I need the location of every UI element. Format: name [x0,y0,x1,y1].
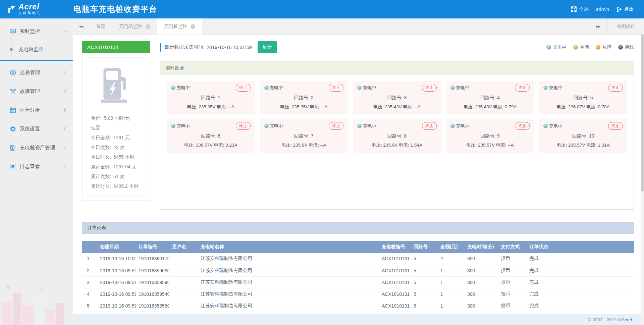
terminate-button[interactable]: 终止 [422,122,437,130]
card-circuit-number: 回路号: 1 [171,95,251,101]
card-status-row: 充电中终止 [357,84,437,92]
orders-column-header: 订单状态 [527,241,634,253]
sidebar-item[interactable]: 交易管理 [0,63,73,82]
order-cell: 1910163596300046 [136,265,169,276]
card-circuit-number: 回路号: 8 [357,133,437,139]
card-status-label: 充电中 [363,85,376,91]
tab[interactable]: 充电站监控× [112,18,157,35]
tabs-scroll-right-button[interactable]: ▶▶ [589,18,607,35]
card-status-label: 充电中 [363,123,376,129]
orders-column-header: 充电时间(分) [465,241,498,253]
scrollbar-thumb[interactable] [641,34,644,192]
orders-column-header: 订单编号 [136,241,169,253]
order-row-number: 5 [82,300,97,312]
device-stat: 位置: [91,123,141,133]
circuit-card: 充电中终止回路号: 7电压: 235.9V 电流: --A [260,119,348,153]
refresh-button[interactable]: 刷新 [258,41,277,53]
card-voltage-current: 电压: 236.07V 电流: 0.23A [171,142,251,148]
sidebar-subitem[interactable]: 充电站监控 [0,41,73,58]
sidebar-item[interactable]: 运营分析 [0,101,73,119]
close-operations-button[interactable]: 关闭操作 [607,18,644,35]
order-cell: 300 [465,288,498,300]
terminate-button[interactable]: 终止 [329,122,343,130]
tab-label: 首页 [96,23,105,30]
logout-button[interactable]: 退出 [616,6,634,12]
order-cell: 1 [438,300,465,312]
order-cell: 1 [438,288,465,300]
orders-column-header: 充电站名称 [198,241,379,253]
device-id-header: ACX1010131 [82,41,150,53]
sidebar-item[interactable]: 故障管理 [0,82,73,101]
card-status-label: 充电中 [456,85,470,91]
footer-brand-link[interactable]: ©Acrel [618,317,632,322]
tab-close-icon[interactable]: × [146,24,150,29]
collect-time-label: 最新数据采集时间: [164,44,205,50]
order-cell: ACX1010131 [379,253,411,265]
stat-value: 6455 小时 [113,154,135,160]
terminate-button[interactable]: 终止 [608,84,623,92]
tab-label: 充电站监控 [119,23,143,30]
order-cell: 完成 [527,265,634,276]
order-cell: 2 [438,253,465,265]
order-cell: 江苏安科瑞制造有限公司 [198,288,379,300]
order-row-number: 2 [82,265,97,276]
order-cell: 1910163585500043 [136,300,169,312]
card-voltage-current: 电压: 236.07V 电流: 0.78A [543,104,623,110]
order-cell [169,300,198,312]
terminate-button[interactable]: 终止 [515,84,530,92]
tab-label: 充电桩监控 [164,23,187,30]
terminate-button[interactable]: 终止 [608,122,623,130]
fullscreen-button[interactable]: 全屏 [571,6,589,12]
gear-icon [9,125,16,132]
tabs-scroll-left-button[interactable]: ◀◀ [73,18,89,35]
order-cell: 2019-10-16 09:59:19 [97,276,136,288]
order-cell: 江苏安科瑞制造有限公司 [198,276,379,288]
sidebar-item-label: 运营分析 [20,107,64,113]
skyline-decoration: ♥ ♥ [0,281,73,325]
legend-label: 故障 [602,44,611,50]
sidebar: 实时监控充电站监控交易管理故障管理运营分析系统设置充电桩资产管理日志查看 ♥ ♥ [0,18,73,325]
orders-column-header: 支付方式 [498,241,527,253]
order-cell [169,265,198,276]
tab[interactable]: 首页 [89,18,112,35]
order-cell: 完成 [527,253,634,265]
order-cell: ACX1010131 [379,265,411,276]
terminate-button[interactable]: 终止 [236,122,251,130]
yuan-circle-icon [9,69,16,76]
card-voltage-current: 电压: 235.57V 电流: 1.31A [543,142,623,148]
terminate-button[interactable]: 终止 [422,84,437,92]
acrel-logo-icon [7,5,16,14]
card-status-row: 充电中终止 [357,122,437,130]
order-cell: ACX1010131 [379,276,411,288]
order-cell: ACX1010131 [379,288,411,300]
status-orb-icon [546,45,551,50]
chevron-left-icon [64,108,67,112]
status-orb-icon [596,45,600,50]
legend-item: 故障 [596,44,611,50]
terminate-button[interactable]: 终止 [329,84,343,92]
order-cell: 1910163601700047 [136,253,169,265]
acrel-logo: Acrel 安科瑞电气 [0,3,69,15]
charging-pile-icon [9,144,16,151]
card-voltage-current: 电压: 235.35V 电流: --A [264,104,344,110]
order-row: 42019-10-16 09:59:141910163595400044江苏安科… [82,288,634,300]
order-cell [169,288,198,300]
sidebar-item[interactable]: 充电桩资产管理 [0,138,73,157]
circuit-card: 充电中终止回路号: 6电压: 236.07V 电流: 0.23A [167,119,255,153]
top-header: Acrel 安科瑞电气 电瓶车充电桩收费平台 全屏 admin 退出 [0,0,644,18]
status-orb-icon [450,86,455,90]
terminate-button[interactable]: 终止 [515,122,530,130]
calendar-icon [9,107,16,113]
circuit-card: 充电中终止回路号: 10电压: 235.57V 电流: 1.31A [539,119,627,153]
user-menu[interactable]: admin [596,7,609,12]
tab-close-icon[interactable]: × [191,24,195,29]
sidebar-item[interactable]: 系统设置 [0,119,73,138]
tab[interactable]: 充电桩监控× [157,18,202,35]
order-cell: 2019-10-16 09:59:23 [97,265,136,276]
sidebar-item[interactable]: 日志查看 [0,157,73,176]
logo-subtext: 安科瑞电气 [18,11,41,15]
card-status-label: 充电中 [270,123,283,129]
terminate-button[interactable]: 终止 [236,84,251,92]
orders-column-header: 金额(元) [438,241,465,253]
order-cell: 2019-10-16 09:57:35 [97,300,136,312]
